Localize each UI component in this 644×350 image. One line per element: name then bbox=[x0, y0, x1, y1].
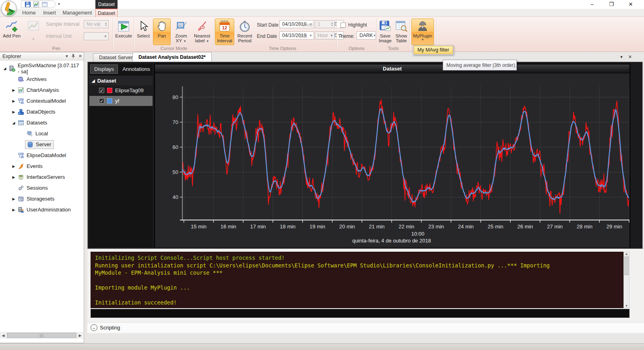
add-pen-button[interactable]: Add Pen bbox=[2, 19, 22, 45]
pin-icon[interactable] bbox=[71, 54, 75, 59]
save-image-button[interactable]: Save Image bbox=[378, 19, 393, 45]
show-table-button[interactable]: Show Table bbox=[394, 19, 409, 45]
execute-button[interactable]: Execute bbox=[114, 19, 134, 45]
tab-displays[interactable]: Displays bbox=[90, 64, 118, 74]
window-icon[interactable] bbox=[41, 1, 48, 8]
interval-unit-combo[interactable]: ▼ bbox=[84, 32, 109, 40]
unit-combo[interactable]: Hour▼ bbox=[315, 31, 335, 39]
show-table-icon bbox=[395, 20, 407, 32]
ribbon: Add Pen ▼ Sample Interval No val ▲▼ Inte… bbox=[0, 17, 644, 52]
pen-color-swatch[interactable] bbox=[107, 98, 112, 104]
tree-item-interfaceservers[interactable]: ▶InterfaceServers bbox=[0, 172, 84, 182]
scrollbar-thumb[interactable] bbox=[624, 257, 629, 275]
table-icon bbox=[18, 120, 24, 126]
close-button[interactable]: ✕ bbox=[625, 1, 637, 7]
svg-text:40: 40 bbox=[173, 194, 178, 200]
tree-item-epmsvrmachine-3-07-117-sa[interactable]: ◢EpmSvrMachine [3.07.117 - sa] bbox=[0, 63, 84, 74]
tab-list-icon[interactable]: ▾ bbox=[620, 54, 623, 60]
tree-item-label: Archives bbox=[27, 76, 47, 82]
highlight-option[interactable]: Highlight bbox=[341, 21, 367, 29]
pen-color-swatch[interactable] bbox=[107, 88, 112, 93]
tab-dataset-analysis[interactable]: Dataset Analysis Dataset02* bbox=[132, 52, 212, 62]
tree-item-datasets[interactable]: ◢Datasets bbox=[0, 117, 84, 128]
menu-item-my-mavg-filter[interactable]: My MAvg filter bbox=[414, 46, 453, 54]
zoom-xy-button[interactable]: Zoom XY ▼ bbox=[171, 19, 191, 45]
tree-item-events[interactable]: ▶Events bbox=[0, 161, 84, 172]
expander-icon[interactable]: ▶ bbox=[11, 208, 16, 212]
recent-period-button[interactable]: Recent Period bbox=[235, 19, 254, 45]
minimize-button[interactable]: – bbox=[586, 1, 598, 7]
spinner-arrows-icon[interactable]: ▲▼ bbox=[105, 22, 107, 27]
app-logo-icon[interactable] bbox=[1, 0, 17, 17]
sample-interval-spinner[interactable]: No val ▲▼ bbox=[84, 20, 109, 28]
highlight-checkbox[interactable] bbox=[341, 23, 346, 28]
tree-item-storagesets[interactable]: ▶Storagesets bbox=[0, 193, 84, 204]
restore-button[interactable]: ❐ bbox=[605, 1, 617, 7]
expander-icon[interactable]: ◢ bbox=[11, 121, 16, 125]
close-tab-icon[interactable]: ✕ bbox=[628, 54, 632, 60]
scroll-right-icon[interactable]: ▶ bbox=[77, 333, 83, 338]
close-icon[interactable]: ✕ bbox=[78, 54, 82, 59]
tab-insert[interactable]: Insert bbox=[40, 9, 59, 17]
tab-management[interactable]: Management bbox=[61, 9, 93, 17]
horizontal-scrollbar[interactable]: ◀ ||| ▶ bbox=[0, 332, 83, 339]
period-spinner[interactable]: 1▲▼ bbox=[315, 20, 335, 28]
tree-item-elipsedatamodel[interactable]: ElipseDataModel bbox=[0, 150, 84, 161]
expander-icon[interactable]: ▶ bbox=[11, 197, 16, 201]
pen-item-yf[interactable]: ✓yf bbox=[89, 96, 153, 106]
expander-icon[interactable]: ◢ bbox=[2, 66, 7, 70]
end-date-field[interactable]: 04/10/2018▼ bbox=[279, 31, 314, 39]
model-icon bbox=[18, 98, 24, 104]
tree-item-local[interactable]: Local bbox=[0, 128, 84, 139]
pan-button[interactable]: Pan bbox=[153, 19, 171, 45]
expander-icon[interactable]: ▶ bbox=[11, 175, 16, 179]
qat-customize-icon[interactable]: ▾ bbox=[58, 2, 60, 6]
tree-item-useradministration[interactable]: ▶UserAdministration bbox=[0, 204, 84, 215]
pen-split-button[interactable]: ▼ bbox=[23, 19, 43, 45]
scroll-up-icon[interactable]: ▲ bbox=[625, 252, 628, 256]
tab-annotations[interactable]: Annotations bbox=[119, 65, 154, 73]
scroll-left-icon[interactable]: ◀ bbox=[0, 333, 6, 338]
pen-visibility-checkbox[interactable]: ✓ bbox=[99, 98, 104, 104]
myplugin-button[interactable]: MyPlugin ▼ bbox=[411, 19, 434, 45]
chart-plot-area[interactable]: 405060708015 min16 min17 min18 min19 min… bbox=[155, 73, 630, 247]
legend-group-header[interactable]: ◢ Dataset bbox=[89, 76, 153, 85]
chevron-down-circle-icon[interactable]: ⌄ bbox=[91, 324, 97, 331]
chart-icon[interactable] bbox=[33, 1, 39, 8]
panel-menu-icon[interactable]: ▾ bbox=[66, 54, 68, 59]
expander-icon[interactable]: ▶ bbox=[11, 110, 16, 114]
nearest-label-button[interactable]: Nearest label ▼ bbox=[192, 19, 213, 45]
svg-text:25 min: 25 min bbox=[488, 224, 504, 230]
theme-combo[interactable]: DARK▼ bbox=[357, 31, 376, 39]
tree-item-chartanalysis[interactable]: ▶ChartAnalysis bbox=[0, 85, 84, 95]
vertical-scrollbar[interactable]: ▲ ▼ bbox=[623, 252, 630, 308]
script-console-output[interactable]: Initializing Script Console...Script hos… bbox=[91, 252, 623, 308]
expander-icon[interactable]: ▶ bbox=[11, 99, 16, 103]
scroll-down-icon[interactable]: ▼ bbox=[625, 304, 628, 308]
tree-item-label: UserAdministration bbox=[27, 207, 71, 213]
select-button[interactable]: Select bbox=[134, 19, 152, 45]
svg-text:15 min: 15 min bbox=[191, 224, 206, 230]
console-input-bar[interactable] bbox=[91, 309, 630, 318]
tab-dataset-server[interactable]: Dataset Server bbox=[93, 53, 138, 62]
scrollbar-thumb[interactable]: ||| bbox=[7, 333, 76, 338]
ribbon-group-cursor-mode: Select Pan Zoom XY ▼ Nearest label ▼ Cur… bbox=[134, 17, 213, 51]
svg-text:22 min: 22 min bbox=[398, 224, 414, 230]
expander-icon[interactable]: ▶ bbox=[11, 88, 16, 92]
save-icon[interactable] bbox=[25, 1, 31, 8]
tree-item-sessions[interactable]: Sessions bbox=[0, 182, 84, 193]
machine-icon bbox=[9, 65, 15, 72]
panel-splitter[interactable] bbox=[84, 52, 87, 343]
tree-item-archives[interactable]: Archives bbox=[0, 74, 84, 85]
pen-visibility-checkbox[interactable]: ✓ bbox=[99, 88, 104, 93]
expander-icon[interactable]: ▶ bbox=[11, 164, 16, 168]
tab-dataset[interactable]: Dataset bbox=[95, 9, 118, 17]
pen-item-elipsetag09[interactable]: ✓ElipseTag09 bbox=[89, 85, 153, 96]
tab-home[interactable]: Home bbox=[19, 9, 39, 17]
tree-item-dataobjects[interactable]: ▶DataObjects bbox=[0, 106, 84, 117]
tree-item-server[interactable]: Server bbox=[0, 139, 84, 150]
time-interval-button[interactable]: 12 Time Interval bbox=[215, 19, 234, 45]
explorer-header: Explorer ▾ ✕ bbox=[0, 52, 84, 60]
scripting-expander[interactable]: ⌄ Scripting bbox=[87, 322, 644, 333]
tree-item-contextualmodel[interactable]: ▶ContextualModel bbox=[0, 95, 84, 106]
